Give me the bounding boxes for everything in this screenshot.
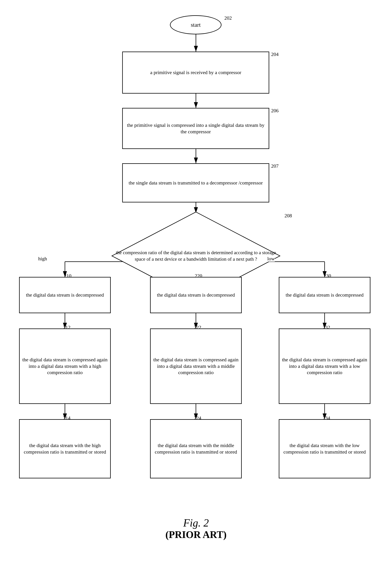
fig-subtitle: (PRIOR ART) xyxy=(0,529,392,540)
node-222: the digital data stream is compressed ag… xyxy=(150,328,242,404)
node-234-label: the digital data stream with the low com… xyxy=(281,442,368,455)
node-206-label: the primitive signal is compressed into … xyxy=(124,122,267,135)
ref-208: 208 xyxy=(284,213,292,219)
node-214: the digital data stream with the high co… xyxy=(19,419,111,478)
ref-234: 234 xyxy=(323,415,330,421)
node-207: the single data stream is transmitted to… xyxy=(122,163,269,202)
branch-high-label: high xyxy=(38,256,47,262)
node-232: the digital data stream is compressed ag… xyxy=(279,328,370,404)
ref-220: 220 xyxy=(195,273,202,279)
node-212-label: the digital data stream is compressed ag… xyxy=(21,356,109,376)
node-232-label: the digital data stream is compressed ag… xyxy=(281,356,368,376)
start-node: start xyxy=(170,15,222,34)
ref-210: 210 xyxy=(64,273,71,279)
ref-212: 212 xyxy=(63,325,70,330)
ref-202: 202 xyxy=(224,15,232,21)
ref-222: 222 xyxy=(194,325,201,330)
node-214-label: the digital data stream with the high co… xyxy=(21,442,109,455)
node-224-label: the digital data stream with the middle … xyxy=(152,442,240,455)
node-224: the digital data stream with the middle … xyxy=(150,419,242,478)
node-230: the digital data stream is decompressed xyxy=(279,277,370,313)
fig-title: Fig. 2 xyxy=(0,517,392,529)
node-220-label: the digital data stream is decompressed xyxy=(157,292,235,298)
figure-caption: Fig. 2 (PRIOR ART) xyxy=(0,517,392,540)
node-220: the digital data stream is decompressed xyxy=(150,277,242,313)
ref-207: 207 xyxy=(271,163,279,169)
node-222-label: the digital data stream is compressed ag… xyxy=(152,356,240,376)
node-207-label: the single data stream is transmitted to… xyxy=(129,180,263,186)
node-230-label: the digital data stream is decompressed xyxy=(286,292,364,298)
node-234: the digital data stream with the low com… xyxy=(279,419,370,478)
ref-224: 224 xyxy=(194,415,201,421)
node-204-label: a primitive signal is received by a comp… xyxy=(150,69,241,76)
start-label: start xyxy=(191,22,201,28)
ref-232: 232 xyxy=(323,325,330,330)
node-210-label: the digital data stream is decompressed xyxy=(26,292,104,298)
ref-230: 230 xyxy=(324,273,331,279)
node-206: the primitive signal is compressed into … xyxy=(122,108,269,149)
ref-204: 204 xyxy=(271,52,279,57)
node-204: a primitive signal is received by a comp… xyxy=(122,52,269,94)
ref-214: 214 xyxy=(63,415,70,421)
ref-206: 206 xyxy=(271,108,279,114)
node-210: the digital data stream is decompressed xyxy=(19,277,111,313)
node-212: the digital data stream is compressed ag… xyxy=(19,328,111,404)
node-208-label: the compression ratio of the digital dat… xyxy=(110,246,282,266)
